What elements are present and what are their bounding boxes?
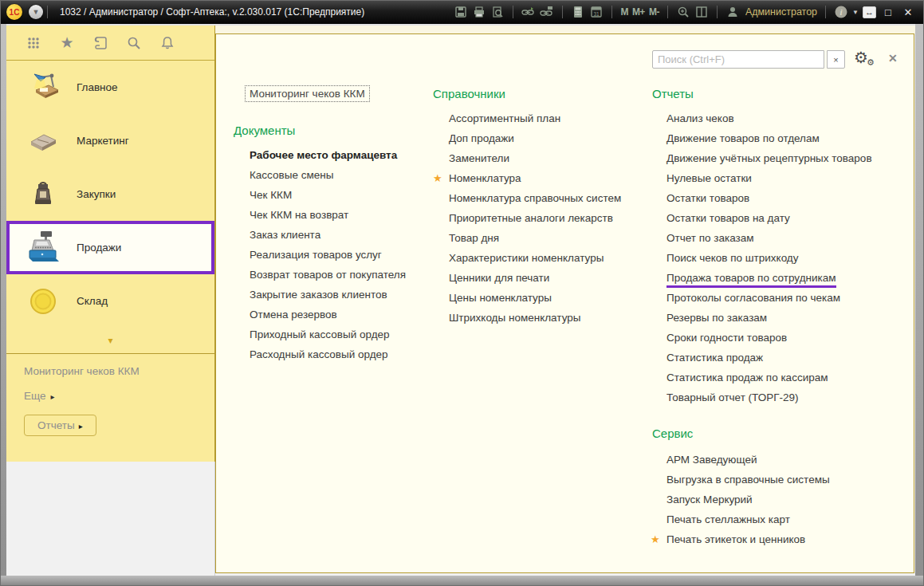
- menu-item[interactable]: Номенклатура справочных систем: [449, 188, 621, 208]
- menu-item[interactable]: Чек ККМ: [250, 185, 406, 205]
- menu-item-label: Остатки товаров на дату: [666, 212, 790, 224]
- client-area: ★ ГлавноеМаркетингЗакупкиПродажиСклад ▾ …: [6, 24, 915, 576]
- menu-item[interactable]: АРМ Заведующей: [666, 450, 830, 470]
- history-icon[interactable]: [92, 35, 108, 51]
- sidebar-link-label: Мониторинг чеков ККМ: [24, 365, 140, 377]
- sidebar-item-desk-lamp[interactable]: Главное: [6, 61, 214, 114]
- notifications-bell-icon[interactable]: [159, 35, 175, 51]
- menu-item[interactable]: Чек ККМ на возврат: [250, 205, 406, 225]
- menu-grid-icon[interactable]: [26, 35, 41, 51]
- calculator-icon[interactable]: [571, 5, 585, 19]
- menu-item-label: Чек ККМ на возврат: [250, 209, 348, 221]
- system-menu-button[interactable]: ▼: [29, 5, 43, 19]
- menu-item[interactable]: Товарный отчет (ТОРГ-29): [666, 387, 872, 407]
- menu-item-label: Резервы по заказам: [666, 312, 767, 324]
- menu-item-label: Рабочее место фармацевта: [250, 149, 397, 161]
- menu-item[interactable]: Сроки годности товаров: [666, 328, 872, 348]
- menu-item[interactable]: Реализация товаров услуг: [250, 245, 406, 265]
- panel-close-icon[interactable]: ✕: [888, 52, 898, 65]
- menu-item[interactable]: Товар дня: [449, 228, 621, 248]
- menu-item[interactable]: Отмена резервов: [250, 305, 406, 324]
- menu-item[interactable]: Возврат товаров от покупателя: [250, 265, 406, 285]
- sidebar-item-label: Закупки: [77, 188, 116, 200]
- go-to-link-icon[interactable]: [540, 5, 554, 19]
- menu-item[interactable]: Статистика продаж по кассирам: [666, 368, 872, 387]
- menu-item[interactable]: Остатки товаров: [666, 188, 872, 208]
- sidebar-item-label: Склад: [77, 295, 108, 307]
- print-icon[interactable]: [472, 5, 486, 19]
- sidebar-link-monitoring[interactable]: Мониторинг чеков ККМ: [24, 365, 214, 377]
- app-logo-1c-icon: 1С: [6, 4, 22, 20]
- menu-item[interactable]: ★Номенклатура: [449, 168, 621, 188]
- menu-item[interactable]: Кассовые смены: [250, 165, 406, 185]
- chevron-down-icon[interactable]: ▼: [852, 9, 859, 16]
- window-titlebar: 1С ▼ 1032 / Администратор / Софт-Аптека:…: [0, 0, 924, 24]
- quick-link-monitoring[interactable]: Мониторинг чеков ККМ: [245, 85, 370, 102]
- menu-item[interactable]: Движение товаров по отделам: [666, 128, 872, 148]
- menu-item-label: Движение учётных рецептурных товаров: [666, 152, 872, 164]
- menu-item[interactable]: Ассортиментный план: [449, 108, 621, 128]
- menu-item[interactable]: Поиск чеков по штрихкоду: [666, 248, 872, 268]
- zoom-icon[interactable]: [676, 5, 690, 19]
- menu-item[interactable]: Протоколы согласования по чекам: [666, 288, 872, 308]
- arrow-right-icon: ▸: [50, 392, 54, 401]
- menu-item[interactable]: Приоритетные аналоги лекарств: [449, 208, 621, 228]
- menu-item[interactable]: Выгрузка в справочные системы: [666, 470, 830, 490]
- sidebar-link-more[interactable]: Еще▸: [24, 390, 214, 402]
- memory-m-plus-button[interactable]: M+: [632, 6, 645, 18]
- split-window-icon[interactable]: [694, 5, 709, 19]
- sidebar-item-coin[interactable]: Склад: [6, 274, 214, 328]
- menu-item[interactable]: Ценники для печати: [449, 268, 621, 288]
- current-user-label[interactable]: Администратор: [745, 6, 817, 18]
- menu-item[interactable]: Отчет по заказам: [666, 228, 872, 248]
- menu-item[interactable]: Приходный кассовый ордер: [250, 324, 406, 344]
- copy-link-icon[interactable]: [521, 5, 536, 19]
- window-title: 1032 / Администратор / Софт-Аптека:, v.2…: [60, 6, 364, 18]
- menu-item[interactable]: Закрытие заказов клиентов: [250, 285, 406, 305]
- menu-item[interactable]: Резервы по заказам: [666, 308, 872, 328]
- sidebar-item-marketing-box[interactable]: Маркетинг: [6, 114, 214, 167]
- menu-item[interactable]: Рабочее место фармацевта: [250, 145, 406, 165]
- search-input[interactable]: [652, 50, 824, 69]
- menu-item[interactable]: Заменители: [449, 148, 621, 168]
- search-clear-button[interactable]: ×: [827, 50, 845, 69]
- print-preview-icon[interactable]: [490, 5, 505, 19]
- menu-item[interactable]: Нулевые остатки: [666, 168, 872, 188]
- info-icon[interactable]: i: [834, 5, 848, 19]
- menu-item[interactable]: Продажа товаров по сотрудникам: [666, 268, 872, 288]
- menu-item-label: Ассортиментный план: [449, 112, 560, 124]
- memory-m-minus-button[interactable]: M-: [649, 6, 659, 18]
- menu-item-label: АРМ Заведующей: [666, 454, 757, 466]
- menu-item[interactable]: Характеристики номенклатуры: [449, 248, 621, 268]
- search-icon[interactable]: [126, 35, 142, 51]
- lantern-icon: [21, 176, 65, 213]
- collapse-chevron-icon[interactable]: ▾: [6, 328, 214, 353]
- sidebar-item-lantern[interactable]: Закупки: [6, 167, 214, 221]
- calendar-icon[interactable]: 31: [589, 5, 604, 19]
- menu-item[interactable]: Заказ клиента: [250, 225, 406, 245]
- window-mode-button[interactable]: ↔: [863, 6, 876, 18]
- reports-button-label: Отчеты: [37, 419, 75, 431]
- menu-item[interactable]: Штрихкоды номенклатуры: [449, 308, 621, 328]
- menu-item[interactable]: Цены номенклатуры: [449, 288, 621, 308]
- sidebar-item-cash-register[interactable]: Продажи: [6, 221, 214, 274]
- menu-item[interactable]: Расходный кассовый ордер: [250, 344, 406, 364]
- maximize-button[interactable]: □: [880, 6, 896, 18]
- menu-item-label: Цены номенклатуры: [449, 292, 552, 304]
- menu-item[interactable]: Печать стеллажных карт: [666, 509, 830, 529]
- cash-register-icon: [21, 228, 65, 268]
- menu-item[interactable]: Доп продажи: [449, 128, 621, 148]
- coin-icon: [21, 283, 65, 320]
- menu-item[interactable]: Остатки товаров на дату: [666, 208, 872, 228]
- save-icon[interactable]: [454, 5, 468, 19]
- menu-item[interactable]: Запуск Меркурий: [666, 490, 830, 509]
- menu-item[interactable]: Статистика продаж: [666, 348, 872, 368]
- reports-menu-button[interactable]: Отчеты▸: [24, 415, 96, 436]
- memory-m-button[interactable]: M: [620, 6, 628, 18]
- menu-item[interactable]: Движение учётных рецептурных товаров: [666, 148, 872, 168]
- gear-icon[interactable]: ⚙⚙: [854, 49, 878, 69]
- menu-item[interactable]: ★Печать этикеток и ценников: [666, 529, 830, 549]
- favorites-star-icon[interactable]: ★: [59, 35, 75, 51]
- menu-item[interactable]: Анализ чеков: [666, 108, 872, 128]
- close-button[interactable]: ✕: [900, 6, 916, 18]
